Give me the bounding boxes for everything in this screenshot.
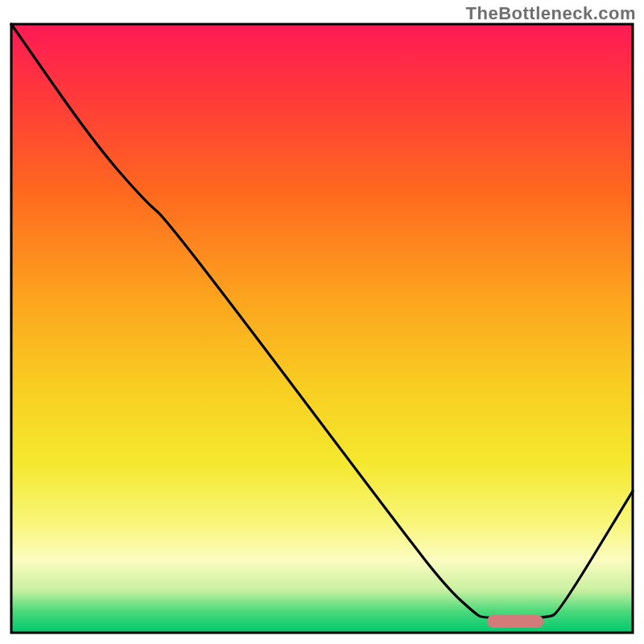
chart-container: { "watermark": "TheBottleneck.com", "col… <box>0 0 644 644</box>
watermark-label: TheBottleneck.com <box>466 3 636 24</box>
bottleneck-chart <box>0 0 644 644</box>
gradient-background <box>11 24 633 633</box>
optimum-marker <box>487 615 543 628</box>
